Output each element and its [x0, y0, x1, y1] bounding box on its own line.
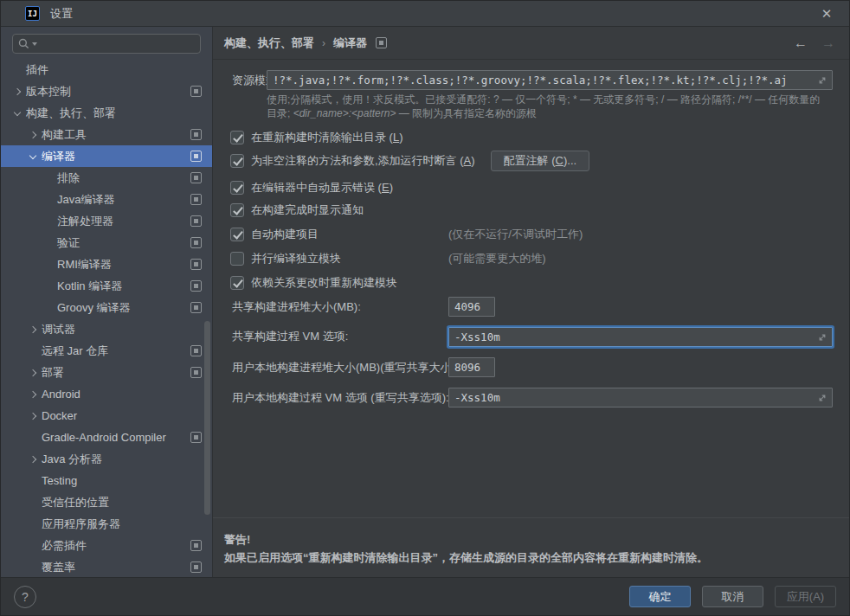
warning-title: 警告! [224, 530, 832, 549]
chevron-spacer [42, 281, 57, 292]
sidebar-scrollbar-thumb[interactable] [204, 321, 210, 515]
window-title: 设置 [50, 6, 73, 22]
project-settings-icon [190, 280, 202, 292]
project-settings-icon [190, 194, 202, 205]
chevron-collapsed-icon[interactable] [27, 368, 42, 378]
sidebar-item[interactable]: 部署 [1, 362, 212, 383]
search-options-caret-icon[interactable] [32, 42, 37, 46]
sidebar-item[interactable]: Java 分析器 [1, 448, 212, 470]
sidebar-item[interactable]: 覆盖率 [1, 556, 212, 577]
sidebar-item[interactable]: Android [1, 383, 212, 405]
forward-icon[interactable]: → [821, 35, 835, 51]
breadcrumb: 构建、执行、部署 › 编译器 ← → [213, 27, 849, 60]
chevron-expanded-icon[interactable] [27, 151, 42, 162]
chevron-spacer [27, 476, 42, 486]
sidebar-item[interactable]: 构建、执行、部署 [1, 102, 212, 124]
chevron-collapsed-icon[interactable] [27, 324, 42, 335]
rebuild-on-dependency-change-checkbox[interactable] [230, 276, 244, 290]
sidebar-item-label: Docker [42, 409, 77, 422]
sidebar-item[interactable]: 调试器 [1, 318, 212, 340]
cancel-button[interactable]: 取消 [702, 586, 763, 607]
shared-heap-size-field[interactable]: 4096 [448, 297, 495, 317]
checkbox-label: 自动构建项目 [251, 227, 319, 242]
shared-vm-options-label: 共享构建过程 VM 选项: [232, 329, 348, 344]
resource-patterns-value: !?*.java;!?*.form;!?*.class;!?*.groovy;!… [273, 74, 788, 87]
title-bar: IJ 设置 ✕ [1, 1, 849, 27]
ok-button[interactable]: 确定 [629, 586, 691, 607]
resource-patterns-hint: 使用;分隔模式，使用！求反模式。已接受通配符: ? — 仅一个符号; * — 无… [267, 93, 825, 120]
option-row: 依赖关系更改时重新构建模块 [213, 273, 849, 293]
search-box[interactable] [12, 34, 201, 54]
sidebar-item[interactable]: Java编译器 [1, 189, 212, 210]
shared-vm-options-field[interactable]: -Xss10m [448, 327, 833, 347]
sidebar-item[interactable]: 注解处理器 [1, 210, 212, 232]
chevron-spacer [42, 238, 57, 248]
breadcrumb-parent[interactable]: 构建、执行、部署 [224, 35, 314, 51]
clear-output-checkbox[interactable] [230, 131, 244, 144]
project-settings-icon [190, 561, 202, 573]
chevron-spacer [27, 519, 42, 529]
sidebar-item[interactable]: Testing [1, 470, 212, 491]
sidebar-item[interactable]: 插件 [1, 59, 212, 80]
expand-field-icon[interactable] [817, 332, 827, 345]
search-icon [18, 38, 29, 49]
close-icon[interactable]: ✕ [816, 4, 837, 23]
chevron-spacer [42, 303, 57, 313]
compile-in-parallel-checkbox[interactable] [230, 252, 244, 266]
sidebar-item[interactable]: 远程 Jar 仓库 [1, 340, 212, 362]
sidebar-item[interactable]: 验证 [1, 232, 212, 253]
expand-field-icon[interactable] [817, 393, 827, 406]
chevron-collapsed-icon[interactable] [11, 87, 26, 97]
back-icon[interactable]: ← [794, 35, 808, 51]
checkbox-label: 并行编译独立模块 [251, 251, 341, 266]
chevron-collapsed-icon[interactable] [27, 389, 42, 400]
show-errors-in-editor-checkbox[interactable] [230, 181, 244, 195]
compiler-settings-form: 资源模式: !?*.java;!?*.form;!?*.class;!?*.gr… [213, 60, 849, 577]
build-notification-checkbox[interactable] [230, 203, 244, 217]
sidebar-item-label: 覆盖率 [42, 560, 75, 575]
project-settings-icon [190, 237, 202, 248]
search-input[interactable] [42, 38, 195, 50]
chevron-collapsed-icon[interactable] [27, 411, 42, 421]
sidebar-item-label: Gradle-Android Compiler [42, 431, 166, 444]
project-settings-icon [190, 259, 202, 270]
apply-button[interactable]: 应用(A) [775, 586, 836, 607]
project-settings-icon [190, 302, 202, 313]
sidebar-item-label: Java编译器 [57, 192, 114, 208]
sidebar-item[interactable]: Groovy 编译器 [1, 297, 212, 318]
sidebar-item[interactable]: 版本控制 [1, 80, 212, 102]
chevron-spacer [42, 260, 57, 270]
sidebar-item[interactable]: 受信任的位置 [1, 491, 212, 513]
chevron-collapsed-icon[interactable] [27, 130, 42, 140]
sidebar-item[interactable]: RMI编译器 [1, 253, 212, 275]
chevron-spacer [27, 497, 42, 508]
user-vm-options-field[interactable]: -Xss10m [448, 388, 833, 407]
sidebar-item-label: 部署 [42, 365, 64, 381]
sidebar-item[interactable]: Gradle-Android Compiler [1, 427, 212, 448]
project-settings-icon [190, 432, 202, 443]
chevron-spacer [27, 562, 42, 573]
project-settings-icon [376, 37, 387, 48]
checkbox-label: 为非空注释的方法和参数,添加运行时断言A [251, 153, 475, 169]
expand-field-icon[interactable] [817, 75, 827, 88]
resource-patterns-field[interactable]: !?*.java;!?*.form;!?*.class;!?*.groovy;!… [267, 70, 833, 90]
chevron-expanded-icon[interactable] [11, 108, 26, 119]
sidebar-item[interactable]: Kotlin 编译器 [1, 275, 212, 297]
project-settings-icon [190, 151, 202, 162]
configure-annotations-button[interactable]: 配置注解C... [491, 151, 590, 171]
sidebar-item[interactable]: 应用程序服务器 [1, 513, 212, 535]
user-heap-size-field[interactable]: 8096 [448, 357, 495, 377]
intellij-logo-icon: IJ [25, 6, 40, 21]
runtime-assertions-checkbox[interactable] [230, 154, 244, 168]
sidebar-item-label: Kotlin 编译器 [57, 279, 122, 294]
sidebar-item[interactable]: Docker [1, 405, 212, 427]
help-icon[interactable]: ? [14, 586, 36, 608]
sidebar-item[interactable]: 编译器 [1, 145, 212, 167]
chevron-collapsed-icon[interactable] [27, 454, 42, 465]
sidebar-item[interactable]: 排除 [1, 167, 212, 189]
build-project-automatically-checkbox[interactable] [230, 228, 244, 241]
option-row: 自动构建项目 (仅在不运行/不调试时工作) [213, 224, 849, 245]
sidebar-item[interactable]: 必需插件 [1, 535, 212, 556]
sidebar-item[interactable]: 构建工具 [1, 124, 212, 145]
sidebar-item-label: 构建、执行、部署 [26, 106, 116, 121]
